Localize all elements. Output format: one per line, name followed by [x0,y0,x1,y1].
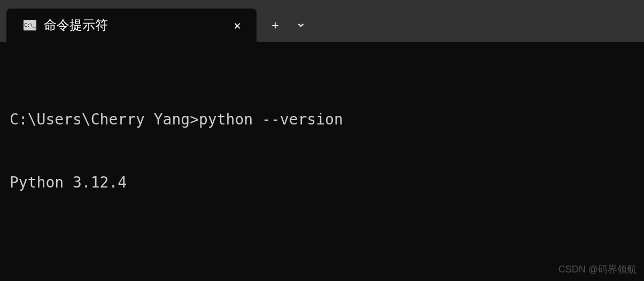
terminal-window: C:\_ 命令提示符 ✕ ＋ C:\Users\Cherry Yang>pyth… [0,0,644,281]
titlebar-actions: ＋ [257,9,320,42]
tab-dropdown-button[interactable] [289,13,313,37]
cmd-icon: C:\_ [24,20,36,30]
watermark: CSDN @码界领航 [558,263,637,276]
new-tab-button[interactable]: ＋ [263,13,288,37]
tab-title: 命令提示符 [44,17,229,34]
terminal-line: C:\Users\Cherry Yang>python --version [10,109,634,130]
terminal-blank [10,235,634,256]
titlebar: C:\_ 命令提示符 ✕ ＋ [0,0,644,42]
terminal-body[interactable]: C:\Users\Cherry Yang>python --version Py… [0,42,644,281]
prompt: C:\Users\Cherry Yang> [10,111,199,128]
close-icon[interactable]: ✕ [229,17,246,34]
terminal-output: Python 3.12.4 [10,172,634,193]
command: python --version [199,111,343,128]
tab-active[interactable]: C:\_ 命令提示符 ✕ [6,9,257,42]
